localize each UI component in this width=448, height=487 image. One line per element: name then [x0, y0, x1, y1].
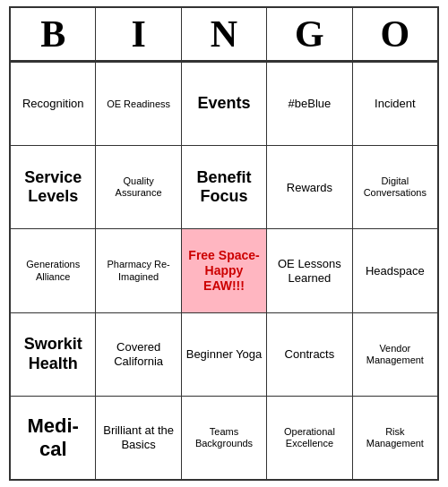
- bingo-row-3: Sworkit HealthCovered CaliforniaBeginner…: [11, 312, 437, 396]
- bingo-cell-4-1: Brilliant at the Basics: [96, 397, 181, 479]
- bingo-cell-4-0: Medi-cal: [11, 397, 96, 479]
- bingo-cell-0-4: Incident: [353, 63, 437, 145]
- bingo-cell-4-2: Teams Backgrounds: [182, 397, 267, 479]
- bingo-cell-3-4: Vendor Management: [353, 313, 437, 396]
- bingo-cell-4-4: Risk Management: [353, 397, 437, 479]
- bingo-cell-0-2: Events: [182, 63, 267, 145]
- bingo-cell-1-4: Digital Conversations: [353, 146, 437, 228]
- bingo-cell-2-0: Generations Alliance: [11, 229, 96, 312]
- bingo-letter-g: G: [267, 8, 352, 60]
- bingo-letter-n: N: [182, 8, 267, 60]
- bingo-row-1: Service LevelsQuality AssuranceBenefit F…: [11, 145, 437, 228]
- bingo-cell-0-0: Recognition: [11, 63, 96, 145]
- bingo-letter-o: O: [353, 8, 437, 60]
- bingo-header: BINGO: [11, 8, 437, 62]
- bingo-cell-0-1: OE Readiness: [96, 63, 181, 145]
- bingo-cell-1-1: Quality Assurance: [96, 146, 181, 228]
- bingo-cell-0-3: #beBlue: [267, 63, 352, 145]
- bingo-cell-4-3: Operational Excellence: [267, 397, 352, 479]
- bingo-row-4: Medi-calBrilliant at the BasicsTeams Bac…: [11, 396, 437, 479]
- bingo-cell-1-0: Service Levels: [11, 146, 96, 228]
- bingo-cell-3-1: Covered California: [96, 313, 181, 396]
- bingo-cell-1-3: Rewards: [267, 146, 352, 228]
- bingo-cell-3-0: Sworkit Health: [11, 313, 96, 396]
- bingo-cell-2-3: OE Lessons Learned: [267, 229, 352, 312]
- bingo-letter-b: B: [11, 8, 96, 60]
- bingo-row-2: Generations AlliancePharmacy Re-Imagined…: [11, 228, 437, 312]
- bingo-cell-3-3: Contracts: [267, 313, 352, 396]
- bingo-cell-3-2: Beginner Yoga: [182, 313, 267, 396]
- bingo-cell-2-2: Free Space-Happy EAW!!!: [182, 229, 267, 312]
- bingo-row-0: RecognitionOE ReadinessEvents#beBlueInci…: [11, 62, 437, 145]
- bingo-card: BINGO RecognitionOE ReadinessEvents#beBl…: [9, 6, 439, 481]
- bingo-grid: RecognitionOE ReadinessEvents#beBlueInci…: [11, 62, 437, 479]
- bingo-cell-2-1: Pharmacy Re-Imagined: [96, 229, 181, 312]
- bingo-cell-2-4: Headspace: [353, 229, 437, 312]
- bingo-cell-1-2: Benefit Focus: [182, 146, 267, 228]
- bingo-letter-i: I: [96, 8, 181, 60]
